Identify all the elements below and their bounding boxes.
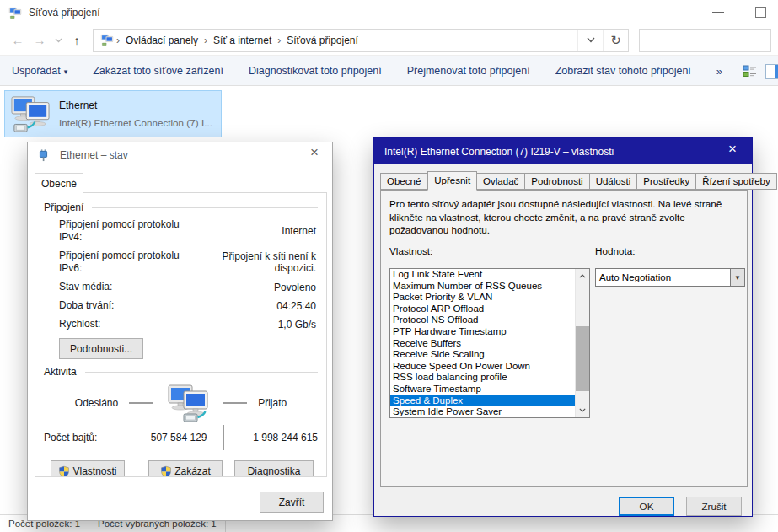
organize-menu[interactable]: Uspořádat▾ bbox=[12, 65, 67, 77]
scroll-down-icon[interactable] bbox=[576, 403, 589, 417]
forward-button[interactable]: → bbox=[29, 33, 51, 47]
network-connections-icon bbox=[8, 7, 22, 19]
disable-button-label: Zakázat bbox=[174, 465, 211, 477]
close-dialog-button[interactable]: Zavřít bbox=[260, 492, 324, 513]
activity-connector bbox=[129, 402, 153, 404]
scroll-up-icon[interactable] bbox=[576, 269, 589, 283]
list-item-selected[interactable]: Speed & Duplex bbox=[390, 395, 575, 407]
breadcrumb-chevron-icon[interactable]: › bbox=[114, 35, 122, 46]
bytes-label: Počet bajtů: bbox=[44, 432, 125, 443]
disable-device-command[interactable]: Zakázat toto síťové zařízení bbox=[93, 65, 223, 77]
combobox-dropdown-icon[interactable]: ▼ bbox=[730, 269, 744, 286]
breadcrumb-chevron-icon[interactable]: › bbox=[275, 35, 283, 46]
tab-power-management[interactable]: Řízení spotřeby bbox=[696, 173, 777, 190]
row-label: Doba trvání: bbox=[59, 299, 192, 312]
details-button[interactable]: Podrobnosti... bbox=[59, 338, 143, 359]
tab-general[interactable]: Obecné bbox=[380, 173, 427, 190]
tab-events[interactable]: Události bbox=[590, 173, 638, 190]
property-listbox[interactable]: Log Link State Event Maximum Number of R… bbox=[389, 268, 590, 418]
row-label: Připojení pomocí protokolu IPv6: bbox=[59, 250, 192, 275]
close-icon[interactable]: × bbox=[723, 141, 742, 158]
list-item[interactable]: Maximum Number of RSS Queues bbox=[390, 281, 575, 293]
list-item[interactable]: Receive Side Scaling bbox=[390, 349, 575, 361]
activity-computers-icon bbox=[164, 383, 212, 423]
list-item[interactable]: Packet Priority & VLAN bbox=[390, 292, 575, 304]
close-icon[interactable]: × bbox=[305, 144, 324, 161]
minimize-button[interactable] bbox=[712, 12, 724, 13]
address-bar[interactable]: › Ovládací panely › Síť a internet › Síť… bbox=[93, 29, 629, 52]
address-dropdown-icon[interactable] bbox=[577, 30, 603, 51]
bytes-received-value: 1 998 244 615 bbox=[236, 432, 319, 443]
properties-button[interactable]: Vlastnosti bbox=[51, 460, 125, 477]
list-item[interactable]: Reduce Speed On Power Down bbox=[390, 361, 575, 373]
diagnose-connection-command[interactable]: Diagnostikovat toto připojení bbox=[249, 65, 382, 77]
list-item[interactable]: Protocol ARP Offload bbox=[390, 304, 575, 315]
list-item[interactable]: RSS load balancing profile bbox=[390, 372, 575, 384]
tab-advanced[interactable]: Upřesnit bbox=[427, 171, 477, 191]
refresh-icon[interactable]: ↻ bbox=[603, 30, 628, 51]
uac-shield-icon bbox=[160, 465, 172, 478]
breadcrumb: › Ovládací panely › Síť a internet › Síť… bbox=[94, 34, 577, 46]
breadcrumb-network-internet[interactable]: Síť a internet bbox=[210, 35, 275, 46]
property-column-label: Vlastnost: bbox=[389, 245, 595, 256]
recent-pages-icon[interactable] bbox=[51, 38, 66, 43]
change-view-icon[interactable] bbox=[743, 65, 757, 78]
list-item[interactable]: Protocol NS Offload bbox=[390, 314, 575, 326]
list-item[interactable]: PTP Hardware Timestamp bbox=[390, 326, 575, 338]
ok-button[interactable]: OK bbox=[619, 497, 674, 516]
activity-diagram: Odesláno Přijato bbox=[44, 383, 318, 423]
tab-resources[interactable]: Prostředky bbox=[637, 173, 696, 190]
properties-dialog-title: Intel(R) Ethernet Connection (7) I219-V … bbox=[384, 146, 614, 158]
list-item[interactable]: Log Link State Event bbox=[390, 269, 575, 281]
status-dialog-titlebar: Ethernet – stav × bbox=[28, 142, 332, 168]
row-speed: Rychlost: 1,0 Gb/s bbox=[59, 318, 318, 330]
chevron-down-icon: ▾ bbox=[64, 67, 68, 76]
row-value: 1,0 Gb/s bbox=[192, 319, 318, 330]
diagnostics-button[interactable]: Diagnostika bbox=[234, 460, 314, 477]
disable-button[interactable]: Zakázat bbox=[148, 460, 223, 477]
address-location-icon bbox=[100, 34, 114, 46]
up-button[interactable]: ↑ bbox=[66, 34, 88, 47]
listbox-scrollbar[interactable] bbox=[575, 269, 589, 417]
more-commands-chevron[interactable]: » bbox=[716, 65, 722, 78]
breadcrumb-control-panel[interactable]: Ovládací panely bbox=[122, 35, 201, 46]
rename-connection-command[interactable]: Přejmenovat toto připojení bbox=[407, 65, 530, 77]
row-duration: Doba trvání: 04:25:40 bbox=[59, 299, 318, 312]
cancel-button[interactable]: Zrušit bbox=[686, 497, 742, 516]
tab-driver[interactable]: Ovladač bbox=[477, 173, 525, 190]
list-item[interactable]: Receive Buffers bbox=[390, 338, 575, 350]
row-label: Připojení pomocí protokolu IPv4: bbox=[59, 218, 192, 244]
tab-general[interactable]: Obecné bbox=[35, 173, 83, 193]
breadcrumb-chevron-icon[interactable]: › bbox=[201, 35, 210, 46]
refresh-glyph: ↻ bbox=[610, 33, 621, 48]
combobox-value: Auto Negotiation bbox=[596, 272, 730, 282]
network-connections-window: Síťová připojení ← → ↑ › Ovládací panely… bbox=[0, 0, 778, 532]
ethernet-status-dialog: Ethernet – stav × Obecné Připojení Připo… bbox=[27, 142, 333, 521]
ethernet-adapter-icon bbox=[8, 94, 52, 133]
connection-device: Intel(R) Ethernet Connection (7) I... bbox=[59, 117, 212, 128]
status-dialog-title: Ethernet – stav bbox=[60, 149, 128, 161]
scrollbar-thumb[interactable] bbox=[576, 326, 589, 391]
list-item[interactable]: Software Timestamp bbox=[390, 384, 575, 395]
breadcrumb-network-connections[interactable]: Síťová připojení bbox=[283, 35, 362, 46]
status-tab-page: Připojení Připojení pomocí protokolu IPv… bbox=[35, 192, 327, 477]
back-button[interactable]: ← bbox=[7, 33, 29, 47]
received-label: Přijato bbox=[258, 397, 287, 409]
properties-button-label: Vlastnosti bbox=[72, 465, 116, 477]
tab-details[interactable]: Podrobnosti bbox=[525, 173, 589, 190]
view-status-command[interactable]: Zobrazit stav tohoto připojení bbox=[555, 65, 691, 77]
row-label: Stav média: bbox=[59, 281, 192, 293]
row-value: 04:25:40 bbox=[192, 300, 318, 312]
connection-rows: Připojení pomocí protokolu IPv4: Interne… bbox=[59, 218, 318, 330]
preview-pane-icon[interactable] bbox=[765, 64, 778, 79]
adapter-properties-dialog: Intel(R) Ethernet Connection (7) I219-V … bbox=[373, 137, 753, 517]
value-combobox[interactable]: Auto Negotiation ▼ bbox=[595, 268, 745, 287]
search-input[interactable] bbox=[639, 29, 771, 52]
value-column-label: Hodnota: bbox=[595, 245, 740, 256]
row-media-state: Stav média: Povoleno bbox=[59, 281, 318, 293]
list-item[interactable]: System Idle Power Saver bbox=[390, 406, 575, 418]
connection-group-header: Připojení bbox=[44, 202, 318, 213]
maximize-button[interactable] bbox=[755, 7, 766, 18]
command-bar: Uspořádat▾ Zakázat toto síťové zařízení … bbox=[0, 56, 778, 86]
ethernet-connection-item[interactable]: Ethernet Intel(R) Ethernet Connection (7… bbox=[4, 90, 222, 137]
